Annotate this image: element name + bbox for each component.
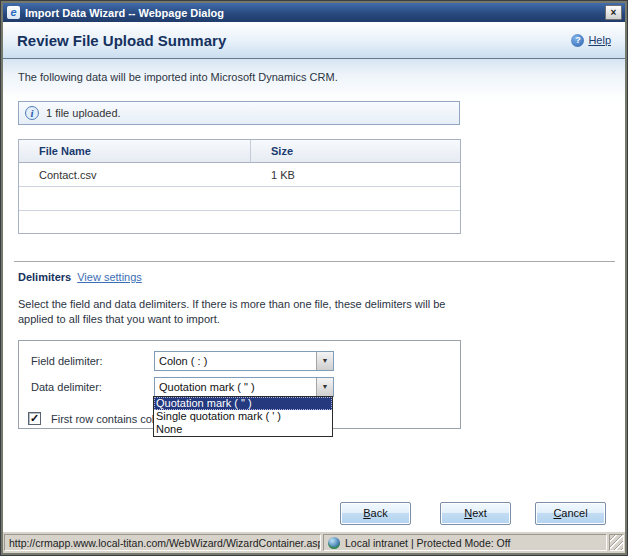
- first-row-checkbox[interactable]: ✓: [28, 412, 41, 425]
- dropdown-option-quotation-mark[interactable]: Quotation mark ( " ): [154, 397, 332, 410]
- close-button[interactable]: ×: [605, 5, 622, 20]
- status-zone: Local intranet | Protected Mode: Off: [323, 534, 607, 551]
- info-icon: i: [25, 106, 39, 120]
- title-bar[interactable]: e Import Data Wizard -- Webpage Dialog ×: [3, 3, 625, 22]
- back-button[interactable]: Back: [340, 502, 411, 525]
- field-delimiter-select[interactable]: Colon ( : ) ▼: [154, 351, 334, 371]
- data-delimiter-value: Quotation mark ( " ): [155, 381, 316, 393]
- description-line-2: applied to all files that you want to im…: [18, 312, 445, 327]
- page-title: Review File Upload Summary: [17, 32, 571, 49]
- help-link-label: Help: [588, 34, 611, 46]
- chevron-down-icon[interactable]: ▼: [316, 378, 333, 396]
- table-row-empty: [19, 187, 460, 211]
- field-delimiter-label: Field delimiter:: [31, 355, 103, 367]
- file-table: File Name Size Contact.csv 1 KB: [18, 139, 461, 234]
- help-icon: ?: [571, 34, 584, 47]
- description-line-1: Select the field and data delimiters. If…: [18, 297, 445, 312]
- info-banner: i 1 file uploaded.: [18, 101, 460, 125]
- chevron-down-icon[interactable]: ▼: [316, 352, 333, 370]
- first-row-checkbox-label: First row contains col: [51, 413, 154, 425]
- next-button[interactable]: Next: [440, 502, 511, 525]
- section-divider: [14, 261, 615, 262]
- cancel-button[interactable]: Cancel: [535, 502, 606, 525]
- file-name-cell: Contact.csv: [19, 169, 251, 181]
- dialog-body: The following data will be imported into…: [3, 59, 625, 532]
- delimiters-heading: Delimiters: [18, 271, 71, 283]
- data-delimiter-label: Data delimiter:: [31, 381, 102, 393]
- intro-text: The following data will be imported into…: [18, 71, 338, 83]
- status-bar: http://crmapp.www.local-titan.com/WebWiz…: [3, 532, 625, 553]
- table-row-empty: [19, 211, 460, 233]
- info-banner-text: 1 file uploaded.: [46, 107, 121, 119]
- dropdown-option-single-quotation-mark[interactable]: Single quotation mark ( ' ): [154, 410, 332, 423]
- wizard-header: Review File Upload Summary ? Help: [3, 22, 625, 59]
- help-button[interactable]: ? Help: [571, 34, 611, 47]
- ie-icon: e: [7, 6, 20, 19]
- status-zone-text: Local intranet | Protected Mode: Off: [345, 537, 510, 549]
- view-settings-link[interactable]: View settings: [77, 271, 142, 283]
- close-icon: ×: [611, 7, 617, 18]
- window-title: Import Data Wizard -- Webpage Dialog: [25, 7, 605, 19]
- delimiters-description: Select the field and data delimiters. If…: [18, 297, 445, 327]
- status-url: http://crmapp.www.local-titan.com/WebWiz…: [4, 534, 321, 551]
- data-delimiter-select[interactable]: Quotation mark ( " ) ▼: [154, 377, 334, 397]
- resize-grip[interactable]: [609, 534, 624, 551]
- data-delimiter-dropdown-list: Quotation mark ( " ) Single quotation ma…: [153, 396, 333, 437]
- column-header-file-name: File Name: [19, 140, 251, 162]
- delimiters-heading-row: Delimiters View settings: [18, 271, 142, 283]
- file-table-header: File Name Size: [19, 140, 460, 163]
- dropdown-option-none[interactable]: None: [154, 423, 332, 436]
- file-size-cell: 1 KB: [251, 169, 295, 181]
- dialog-window: e Import Data Wizard -- Webpage Dialog ×…: [0, 0, 628, 556]
- globe-icon: [328, 537, 340, 549]
- table-row: Contact.csv 1 KB: [19, 163, 460, 187]
- column-header-size: Size: [251, 140, 460, 162]
- checkmark-icon: ✓: [30, 412, 39, 424]
- field-delimiter-value: Colon ( : ): [155, 355, 316, 367]
